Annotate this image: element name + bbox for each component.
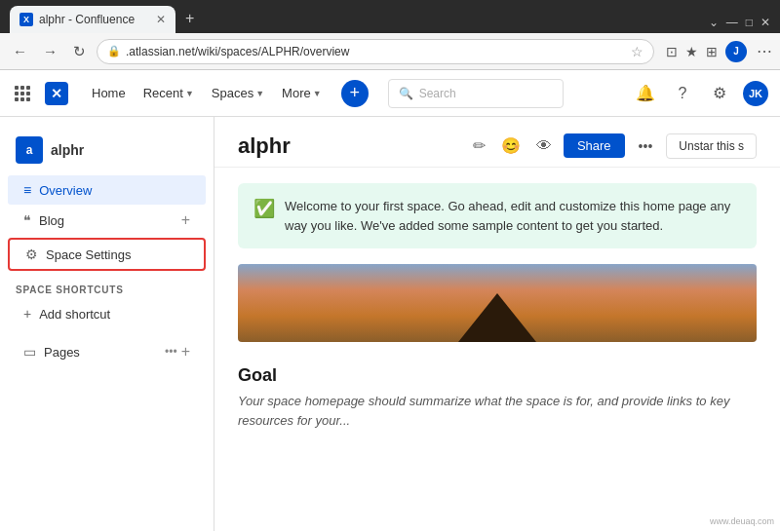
edit-icon[interactable]: ✏ — [469, 133, 489, 159]
sidebar-item-add-shortcut[interactable]: + Add shortcut — [8, 299, 206, 328]
tab-bar: X alphr - Confluence ✕ + ⌄ — □ ✕ — [0, 0, 780, 33]
page-title: alphr — [238, 133, 459, 159]
back-button[interactable]: ← — [8, 41, 32, 61]
spaces-label: Spaces — [212, 86, 254, 100]
settings-gear-icon: ⚙ — [25, 247, 38, 262]
browser-tab[interactable]: X alphr - Confluence ✕ — [10, 6, 176, 33]
cast-icon[interactable]: ⊡ — [666, 44, 678, 59]
forward-button[interactable]: → — [38, 41, 62, 61]
space-icon: a — [16, 136, 43, 164]
sidebar-space-name: alphr — [51, 142, 84, 158]
nav-right-icons: 🔔 ? ⚙ JK — [632, 80, 768, 107]
goal-section: Goal Your space homepage should summariz… — [214, 358, 780, 437]
pages-more-icon[interactable]: ••• — [165, 345, 177, 359]
search-bar[interactable]: 🔍 Search — [388, 79, 564, 108]
recent-label: Recent — [143, 86, 183, 100]
add-shortcut-label: Add shortcut — [39, 307, 110, 322]
lock-icon: 🔒 — [107, 45, 121, 57]
page-header: alphr ✏ 😊 👁 Share ••• Unstar this s — [214, 117, 780, 168]
restore-icon[interactable]: □ — [746, 16, 753, 29]
pages-label: Pages — [44, 345, 80, 360]
share-button[interactable]: Share — [564, 133, 625, 158]
reload-button[interactable]: ↻ — [68, 41, 91, 62]
watermark: www.deuaq.com — [710, 516, 774, 526]
confluence-icon: ✕ — [45, 82, 68, 105]
collapse-icon[interactable]: ⌄ — [709, 16, 719, 29]
app-container: ✕ Home Recent ▼ Spaces ▼ More ▼ — [0, 70, 780, 532]
tab-title: alphr - Confluence — [39, 13, 148, 26]
sidebar-item-blog[interactable]: ❝ Blog + — [8, 205, 206, 236]
url-text: .atlassian.net/wiki/spaces/ALPHR/overvie… — [126, 45, 626, 58]
top-navigation: ✕ Home Recent ▼ Spaces ▼ More ▼ — [0, 70, 780, 117]
address-bar-actions: ⊡ ★ ⊞ J ⋯ — [666, 41, 772, 62]
sidebar-item-pages[interactable]: ▭ Pages ••• + — [8, 336, 206, 367]
overview-label: Overview — [39, 183, 92, 198]
close-icon[interactable]: ✕ — [760, 16, 770, 29]
confluence-logo[interactable]: ✕ — [45, 82, 68, 105]
more-options-icon[interactable]: ••• — [633, 134, 659, 158]
main-layout: a alphr ≡ Overview ❝ Blog + ⚙ Space Sett… — [0, 117, 780, 531]
space-settings-label: Space Settings — [46, 247, 131, 262]
collections-icon[interactable]: ⊞ — [706, 44, 718, 59]
view-icon[interactable]: 👁 — [532, 133, 556, 159]
home-label: Home — [92, 86, 126, 100]
notifications-button[interactable]: 🔔 — [632, 80, 659, 107]
header-actions: ✏ 😊 👁 Share ••• Unstar this s — [469, 133, 757, 159]
sidebar: a alphr ≡ Overview ❝ Blog + ⚙ Space Sett… — [0, 117, 214, 531]
pages-icon: ▭ — [23, 344, 36, 360]
pages-add-icon[interactable]: + — [181, 343, 190, 361]
more-chevron-icon: ▼ — [313, 89, 322, 98]
unstar-button[interactable]: Unstar this s — [666, 133, 757, 159]
browser-menu-icon[interactable]: ⋯ — [757, 42, 772, 60]
user-avatar[interactable]: JK — [743, 81, 768, 106]
tab-favicon: X — [20, 13, 33, 26]
address-bar: ← → ↻ 🔒 .atlassian.net/wiki/spaces/ALPHR… — [0, 33, 780, 70]
tab-close-icon[interactable]: ✕ — [156, 13, 166, 26]
help-button[interactable]: ? — [669, 80, 696, 107]
settings-button[interactable]: ⚙ — [706, 80, 733, 107]
search-placeholder-text: Search — [419, 87, 456, 100]
more-label: More — [282, 86, 311, 100]
landscape-image — [238, 264, 757, 342]
spaces-nav-link[interactable]: Spaces ▼ — [204, 82, 272, 104]
nav-links: Home Recent ▼ Spaces ▼ More ▼ — [84, 82, 330, 104]
goal-title: Goal — [238, 365, 757, 386]
emoji-icon[interactable]: 😊 — [497, 133, 525, 159]
blog-label: Blog — [39, 213, 64, 228]
window-controls: ⌄ — □ ✕ — [709, 16, 770, 29]
welcome-banner: ✅ Welcome to your first space. Go ahead,… — [238, 183, 757, 248]
recent-nav-link[interactable]: Recent ▼ — [136, 82, 202, 104]
search-icon: 🔍 — [399, 87, 413, 100]
user-profile-btn[interactable]: J — [725, 41, 747, 62]
welcome-message: Welcome to your first space. Go ahead, e… — [285, 197, 741, 235]
overview-icon: ≡ — [23, 182, 31, 198]
pages-actions: ••• + — [165, 343, 190, 361]
content-area: alphr ✏ 😊 👁 Share ••• Unstar this s ✅ We… — [214, 117, 780, 531]
apps-grid-button[interactable] — [12, 83, 33, 104]
blog-icon: ❝ — [23, 212, 31, 228]
new-tab-button[interactable]: + — [179, 6, 200, 31]
goal-text: Your space homepage should summarize wha… — [238, 392, 757, 430]
blog-add-icon[interactable]: + — [181, 211, 190, 229]
recent-chevron-icon: ▼ — [185, 89, 194, 98]
add-shortcut-icon: + — [23, 306, 31, 322]
sidebar-item-overview[interactable]: ≡ Overview — [8, 175, 206, 205]
create-button[interactable]: + — [341, 80, 369, 107]
url-input[interactable]: 🔒 .atlassian.net/wiki/spaces/ALPHR/overv… — [97, 39, 654, 64]
sidebar-item-space-settings[interactable]: ⚙ Space Settings — [8, 238, 206, 271]
home-nav-link[interactable]: Home — [84, 82, 134, 104]
more-nav-link[interactable]: More ▼ — [274, 82, 330, 104]
bookmark-icon[interactable]: ☆ — [631, 44, 644, 59]
browser-window: X alphr - Confluence ✕ + ⌄ — □ ✕ ← → ↻ 🔒… — [0, 0, 780, 532]
minimize-icon[interactable]: — — [726, 16, 738, 29]
favorites-icon[interactable]: ★ — [685, 44, 698, 59]
sidebar-space-header[interactable]: a alphr — [0, 129, 214, 175]
check-circle-icon: ✅ — [254, 198, 275, 219]
spaces-chevron-icon: ▼ — [255, 89, 264, 98]
space-shortcuts-section: SPACE SHORTCUTS — [0, 273, 214, 299]
